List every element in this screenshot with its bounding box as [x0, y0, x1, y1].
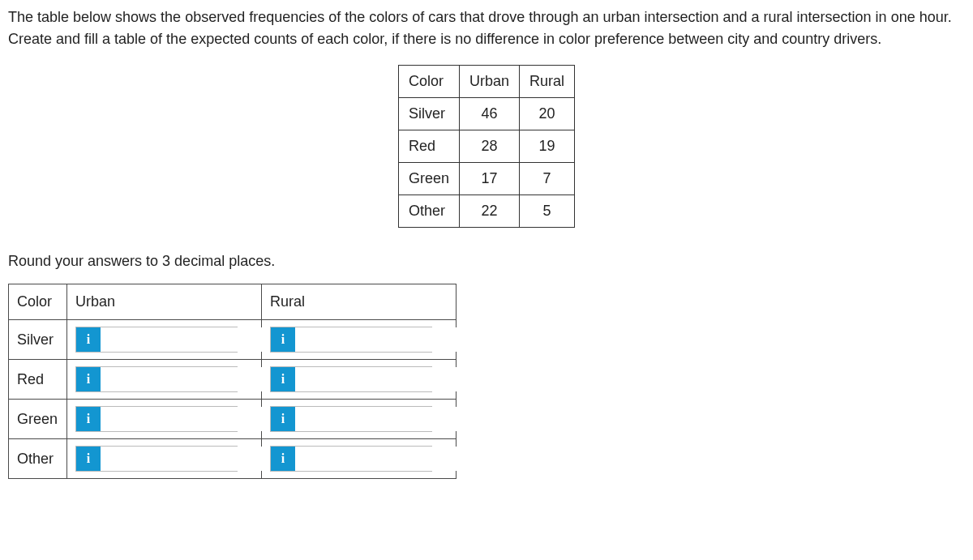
- red-rural-input[interactable]: [295, 367, 459, 391]
- table-row: Red 28 19: [398, 130, 574, 163]
- answer-header-urban: Urban: [67, 284, 262, 320]
- observed-header-color: Color: [398, 66, 459, 98]
- silver-urban-input[interactable]: [101, 327, 264, 352]
- observed-color: Red: [398, 130, 459, 163]
- info-icon[interactable]: i: [271, 447, 295, 471]
- silver-rural-input[interactable]: [295, 327, 459, 352]
- table-row: Green i i: [9, 400, 456, 439]
- info-icon[interactable]: i: [76, 447, 101, 471]
- question-prompt: The table below shows the observed frequ…: [8, 6, 965, 50]
- answer-input-wrap: i: [270, 327, 432, 353]
- table-row: Green 17 7: [398, 163, 574, 195]
- answer-header-color: Color: [9, 284, 67, 320]
- observed-rural: 7: [520, 163, 575, 195]
- table-row: Other i i: [9, 439, 456, 479]
- answer-input-wrap: i: [270, 446, 432, 472]
- answer-header-rural: Rural: [262, 284, 456, 320]
- answer-input-wrap: i: [75, 406, 238, 432]
- answer-table: Color Urban Rural Silver i i Red i: [8, 284, 456, 479]
- green-urban-input[interactable]: [101, 407, 264, 431]
- table-row: Other 22 5: [398, 195, 574, 228]
- observed-header-urban: Urban: [459, 66, 519, 98]
- observed-color: Silver: [398, 98, 459, 130]
- observed-urban: 22: [459, 195, 519, 228]
- answer-input-wrap: i: [75, 446, 238, 472]
- table-row: Silver 46 20: [398, 98, 574, 130]
- table-row: Color Urban Rural: [9, 284, 456, 320]
- observed-color: Other: [398, 195, 459, 228]
- observed-urban: 28: [459, 130, 519, 163]
- answer-input-wrap: i: [270, 406, 432, 432]
- observed-rural: 5: [520, 195, 575, 228]
- observed-rural: 20: [520, 98, 575, 130]
- observed-color: Green: [398, 163, 459, 195]
- info-icon[interactable]: i: [76, 327, 101, 352]
- red-urban-input[interactable]: [101, 367, 264, 391]
- observed-rural: 19: [520, 130, 575, 163]
- green-rural-input[interactable]: [295, 407, 459, 431]
- answer-color: Silver: [9, 320, 67, 360]
- info-icon[interactable]: i: [76, 367, 101, 391]
- observed-urban: 46: [459, 98, 519, 130]
- table-row: Red i i: [9, 360, 456, 400]
- observed-table-wrap: Color Urban Rural Silver 46 20 Red 28 19…: [8, 65, 965, 228]
- table-row: Silver i i: [9, 320, 456, 360]
- observed-table: Color Urban Rural Silver 46 20 Red 28 19…: [398, 65, 575, 228]
- info-icon[interactable]: i: [271, 367, 295, 391]
- info-icon[interactable]: i: [271, 407, 295, 431]
- table-row: Color Urban Rural: [398, 66, 574, 98]
- answer-color: Green: [9, 400, 67, 439]
- info-icon[interactable]: i: [271, 327, 295, 352]
- other-urban-input[interactable]: [101, 447, 264, 471]
- other-rural-input[interactable]: [295, 447, 459, 471]
- answer-input-wrap: i: [75, 366, 238, 392]
- info-icon[interactable]: i: [76, 407, 101, 431]
- rounding-instruction: Round your answers to 3 decimal places.: [8, 250, 965, 272]
- answer-input-wrap: i: [270, 366, 432, 392]
- answer-input-wrap: i: [75, 327, 238, 353]
- observed-urban: 17: [459, 163, 519, 195]
- answer-color: Other: [9, 439, 67, 479]
- observed-header-rural: Rural: [520, 66, 575, 98]
- answer-color: Red: [9, 360, 67, 400]
